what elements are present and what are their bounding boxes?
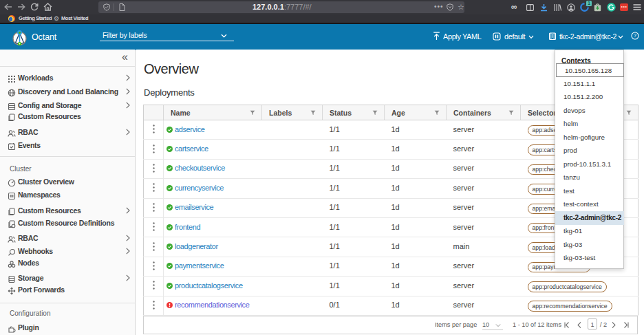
svg-text:?: ? <box>634 33 636 38</box>
